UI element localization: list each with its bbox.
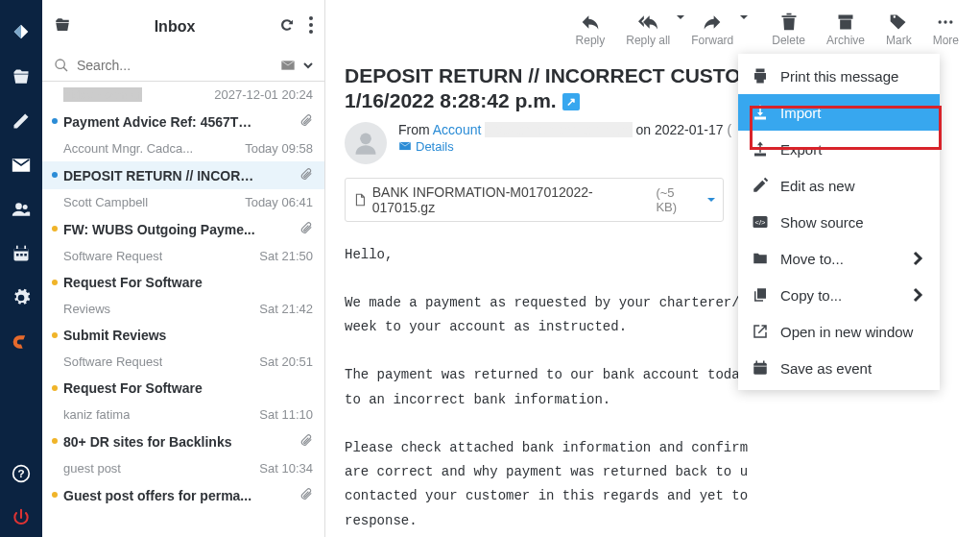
compose-icon[interactable] xyxy=(12,111,31,134)
svg-point-18 xyxy=(944,20,947,23)
message-list-panel: Inbox hidden sender2027-12-01 20:24Payme… xyxy=(42,0,325,537)
help-icon[interactable]: ? xyxy=(12,464,31,487)
contacts-icon[interactable] xyxy=(12,200,31,223)
svg-rect-24 xyxy=(753,363,767,375)
mail-filter-icon[interactable] xyxy=(280,58,296,73)
back-icon[interactable] xyxy=(54,16,71,37)
svg-rect-25 xyxy=(756,361,758,364)
menu-export[interactable]: Export xyxy=(738,131,940,167)
logo-icon xyxy=(11,21,32,46)
menu-save[interactable]: Save as event xyxy=(738,350,940,386)
reply-button[interactable]: Reply xyxy=(566,6,615,54)
forward-button[interactable]: Forward xyxy=(681,6,743,54)
list-item[interactable]: DEPOSIT RETURN // INCORR... xyxy=(42,161,324,189)
list-item-meta: Software RequestSat 20:51 xyxy=(42,349,324,375)
from-link[interactable]: Account xyxy=(433,122,482,137)
delete-button[interactable]: Delete xyxy=(762,6,815,54)
svg-point-1 xyxy=(15,203,22,209)
message-list[interactable]: hidden sender2027-12-01 20:24Payment Adv… xyxy=(42,82,324,537)
mail-icon[interactable] xyxy=(12,156,31,179)
list-item-meta: Account Mngr. Cadca...Today 09:58 xyxy=(42,135,324,161)
svg-point-12 xyxy=(309,16,313,20)
list-item-meta: kaniz fatimaSat 11:10 xyxy=(42,402,324,427)
list-item-meta: Software RequestSat 21:50 xyxy=(42,243,324,269)
menu-source[interactable]: </>Show source xyxy=(738,204,940,240)
menu-print[interactable]: Print this message xyxy=(738,58,940,94)
search-icon xyxy=(54,58,69,73)
folder-icon[interactable] xyxy=(12,67,31,90)
avatar xyxy=(345,122,387,164)
archive-button[interactable]: Archive xyxy=(817,6,874,54)
power-icon[interactable] xyxy=(12,508,31,531)
list-item[interactable]: Request For Software xyxy=(42,269,324,296)
attachment-dropdown-icon[interactable] xyxy=(707,198,715,206)
list-item[interactable]: FW: WUBS Outgoing Payme... xyxy=(42,215,324,243)
calendar-icon[interactable] xyxy=(12,244,31,267)
list-item[interactable]: 80+ DR sites for Backlinks xyxy=(42,427,324,455)
list-item-meta: hidden sender2027-12-01 20:24 xyxy=(42,82,324,108)
svg-rect-9 xyxy=(24,254,27,256)
svg-rect-5 xyxy=(16,246,18,249)
mark-button[interactable]: Mark xyxy=(876,6,921,54)
details-link[interactable]: Details xyxy=(398,139,454,154)
menu-open[interactable]: Open in new window xyxy=(738,313,940,350)
more-button[interactable]: More xyxy=(923,6,968,54)
message-toolbar: ReplyReply allForwardDeleteArchiveMarkMo… xyxy=(325,0,980,54)
settings-icon[interactable] xyxy=(12,288,31,311)
menu-edit[interactable]: Edit as new xyxy=(738,167,940,204)
reply-all-button[interactable]: Reply all xyxy=(616,6,680,54)
cpanel-icon[interactable] xyxy=(12,332,31,355)
svg-point-17 xyxy=(939,20,942,23)
svg-point-15 xyxy=(56,60,64,68)
menu-copy[interactable]: Copy to... xyxy=(738,277,940,313)
svg-text:?: ? xyxy=(17,467,24,479)
search-bar xyxy=(42,54,324,82)
svg-rect-27 xyxy=(753,366,767,367)
more-menu: Print this messageImportExportEdit as ne… xyxy=(738,54,940,390)
list-item-meta: Scott CampbellToday 06:41 xyxy=(42,189,324,215)
attachment-chip[interactable]: BANK INFORMATION-M017012022-017015.gz (~… xyxy=(345,178,724,222)
refresh-icon[interactable] xyxy=(278,16,296,37)
menu-import[interactable]: Import xyxy=(738,94,940,131)
list-item-meta: guest postSat 10:34 xyxy=(42,455,324,481)
menu-move[interactable]: Move to... xyxy=(738,240,940,277)
svg-text:</>: </> xyxy=(755,218,766,227)
svg-point-14 xyxy=(309,30,313,34)
chevron-down-icon[interactable] xyxy=(303,61,313,70)
list-item-meta: ReviewsSat 21:42 xyxy=(42,296,324,322)
list-item[interactable]: Payment Advice Ref: 4567TR... xyxy=(42,108,324,135)
popout-icon[interactable]: ↗ xyxy=(562,93,580,110)
svg-rect-6 xyxy=(24,246,26,249)
svg-rect-7 xyxy=(16,254,19,256)
svg-point-13 xyxy=(309,23,313,27)
app-iconbar: ? xyxy=(0,0,42,537)
svg-point-2 xyxy=(23,205,28,209)
svg-rect-8 xyxy=(20,254,23,256)
svg-point-19 xyxy=(949,20,952,23)
svg-point-20 xyxy=(360,133,371,144)
list-item[interactable]: Guest post offers for perma... xyxy=(42,481,324,509)
svg-rect-26 xyxy=(763,361,765,364)
list-header: Inbox xyxy=(42,0,324,54)
search-input[interactable] xyxy=(77,58,273,73)
kebab-icon[interactable] xyxy=(309,16,313,37)
list-item[interactable]: Submit Reviews xyxy=(42,322,324,349)
svg-rect-4 xyxy=(14,248,29,251)
folder-title: Inbox xyxy=(155,18,196,36)
list-item[interactable]: Request For Software xyxy=(42,375,324,402)
